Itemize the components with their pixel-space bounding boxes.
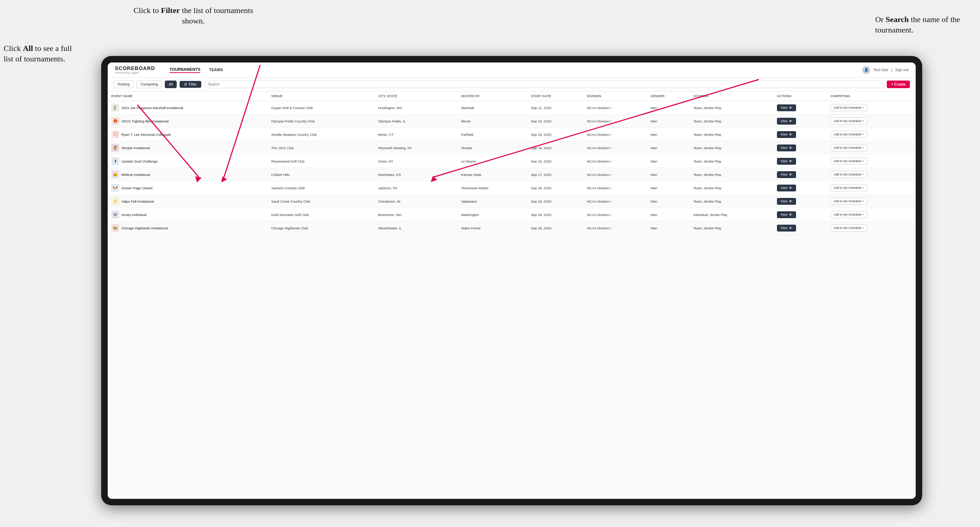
cell-competing-1: Add to My Schedule + — [827, 114, 916, 128]
add-schedule-button-4[interactable]: Add to My Schedule + — [830, 157, 867, 165]
cell-scoring-6: Team, Stroke Play — [690, 181, 773, 195]
create-button[interactable]: + Create — [887, 81, 910, 88]
cell-actions-7: View 👁 — [773, 195, 827, 208]
cell-event-name-6: 🐶 Grover Page Classic — [108, 181, 268, 195]
cell-actions-2: View 👁 — [773, 128, 827, 141]
cell-division-8: NCAA Division I — [583, 208, 647, 221]
cell-scoring-1: Team, Stroke Play — [690, 114, 773, 128]
tournaments-table-container[interactable]: EVENT NAME VENUE CITY, STATE HOSTED BY S… — [108, 91, 916, 499]
view-button-5[interactable]: View 👁 — [777, 171, 796, 178]
view-button-3[interactable]: View 👁 — [777, 144, 796, 151]
add-schedule-button-2[interactable]: Add to My Schedule + — [830, 131, 867, 138]
tab-all[interactable]: All — [165, 81, 177, 88]
eye-icon-0: 👁 — [789, 106, 792, 110]
cell-gender-4: Men — [647, 155, 689, 168]
col-city-state: CITY, STATE — [375, 91, 458, 101]
add-schedule-button-7[interactable]: Add to My Schedule + — [830, 198, 867, 205]
cell-start-date-3: Sep 16, 2023 — [527, 141, 583, 155]
cell-venue-6: Jackson Country Club — [268, 181, 375, 195]
event-name-text-4: Upstate Dual Challenge — [121, 159, 158, 163]
table-row: ⚡ Valpo Fall Invitational Sand Creek Cou… — [108, 195, 916, 208]
nav-tournaments[interactable]: TOURNAMENTS — [169, 67, 200, 73]
view-label-3: View — [781, 146, 788, 149]
team-logo-7: ⚡ — [111, 197, 119, 205]
cell-city-state-5: Manhattan, KS — [375, 168, 458, 181]
filter-button[interactable]: ☰ Filter — [180, 81, 201, 88]
eye-icon-4: 👁 — [789, 159, 792, 163]
cell-venue-0: Guyan Golf & Country Club — [268, 101, 375, 114]
event-name-text-2: Ryan T. Lee Memorial Collegiate — [121, 133, 171, 137]
cell-city-state-2: Berlin, CT — [375, 128, 458, 141]
view-button-9[interactable]: View 👁 — [777, 225, 796, 232]
cell-city-state-7: Chesterton, IN — [375, 195, 458, 208]
team-logo-3: 🦉 — [111, 144, 119, 152]
cell-competing-7: Add to My Schedule + — [827, 195, 916, 208]
cell-start-date-2: Sep 16, 2023 — [527, 128, 583, 141]
view-button-1[interactable]: View 👁 — [777, 118, 796, 125]
cell-gender-1: Men — [647, 114, 689, 128]
cell-venue-2: Shuttle Meadow Country Club — [268, 128, 375, 141]
col-scoring: SCORING — [690, 91, 773, 101]
cell-venue-7: Sand Creek Country Club — [268, 195, 375, 208]
eye-icon-6: 👁 — [789, 186, 792, 190]
tab-hosting[interactable]: Hosting — [113, 81, 134, 88]
view-button-8[interactable]: View 👁 — [777, 211, 796, 218]
add-schedule-button-8[interactable]: Add to My Schedule + — [830, 211, 867, 218]
add-schedule-button-0[interactable]: Add to My Schedule + — [830, 104, 867, 111]
eye-icon-2: 👁 — [789, 133, 792, 137]
tournaments-table: EVENT NAME VENUE CITY, STATE HOSTED BY S… — [108, 91, 916, 235]
view-label-5: View — [781, 173, 788, 176]
cell-scoring-4: Team, Stroke Play — [690, 155, 773, 168]
cell-competing-5: Add to My Schedule + — [827, 168, 916, 181]
add-schedule-button-9[interactable]: Add to My Schedule + — [830, 224, 867, 232]
event-name-text-7: Valpo Fall Invitational — [121, 199, 154, 203]
view-button-2[interactable]: View 👁 — [777, 131, 796, 138]
cell-gender-0: Men — [647, 101, 689, 114]
cell-city-state-6: Jackson, TN — [375, 181, 458, 195]
cell-start-date-0: Sep 11, 2023 — [527, 101, 583, 114]
cell-event-name-5: 🐱 Wildcat Invitational — [108, 168, 268, 181]
cell-start-date-7: Sep 18, 2023 — [527, 195, 583, 208]
table-row: 🦉 Temple Invitational The 1912 Club Plym… — [108, 141, 916, 155]
view-button-4[interactable]: View 👁 — [777, 158, 796, 165]
filter-icon: ☰ — [184, 83, 187, 86]
cell-event-name-0: 🏌 2023 Joe Feaganes Marshall Invitationa… — [108, 101, 268, 114]
search-input[interactable] — [204, 81, 884, 88]
top-nav: SCOREBOARD Powered by clippd TOURNAMENTS… — [108, 62, 916, 78]
tab-competing[interactable]: Competing — [137, 81, 162, 88]
team-logo-6: 🐶 — [111, 184, 119, 192]
add-schedule-button-6[interactable]: Add to My Schedule + — [830, 184, 867, 191]
cell-division-9: NCAA Division I — [583, 221, 647, 235]
eye-icon-5: 👁 — [789, 173, 792, 177]
event-name-text-3: Temple Invitational — [121, 146, 150, 150]
cell-division-5: NCAA Division I — [583, 168, 647, 181]
view-button-6[interactable]: View 👁 — [777, 184, 796, 191]
view-label-1: View — [781, 119, 788, 123]
event-name-text-9: Chicago Highlands Invitational — [121, 226, 168, 230]
cell-venue-1: Olympia Fields Country Club — [268, 114, 375, 128]
view-button-7[interactable]: View 👁 — [777, 198, 796, 205]
brand-title: SCOREBOARD — [115, 65, 155, 71]
cell-division-4: NCAA Division I — [583, 155, 647, 168]
cell-gender-8: Men — [647, 208, 689, 221]
cell-hosted-by-1: Illinois — [458, 114, 527, 128]
sign-out-link[interactable]: Sign out — [895, 68, 908, 72]
add-schedule-button-3[interactable]: Add to My Schedule + — [830, 144, 867, 151]
view-button-0[interactable]: View 👁 — [777, 105, 796, 111]
team-logo-9: 🐝 — [111, 224, 119, 232]
cell-actions-8: View 👁 — [773, 208, 827, 221]
col-actions: ACTIONS — [773, 91, 827, 101]
add-schedule-button-1[interactable]: Add to My Schedule + — [830, 117, 867, 125]
event-name-text-8: Husky Individual — [121, 213, 146, 217]
add-schedule-button-5[interactable]: Add to My Schedule + — [830, 171, 867, 178]
col-event-name: EVENT NAME — [108, 91, 268, 101]
cell-hosted-by-7: Valparaiso — [458, 195, 527, 208]
table-row: 🐝 Chicago Highlands Invitational Chicago… — [108, 221, 916, 235]
user-name: Test User — [873, 68, 888, 72]
event-name-text-5: Wildcat Invitational — [121, 173, 150, 177]
cell-actions-4: View 👁 — [773, 155, 827, 168]
view-label-0: View — [781, 106, 788, 110]
nav-teams[interactable]: TEAMS — [209, 68, 223, 73]
tablet-frame: SCOREBOARD Powered by clippd TOURNAMENTS… — [101, 56, 922, 505]
eye-icon-8: 👁 — [789, 213, 792, 217]
